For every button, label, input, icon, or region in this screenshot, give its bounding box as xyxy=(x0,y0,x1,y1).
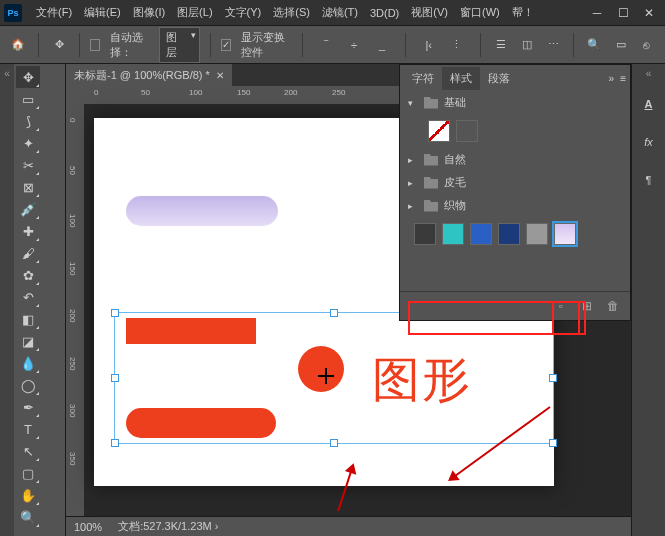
align-hcenter-icon[interactable]: ⋮ xyxy=(444,32,470,58)
style-lightgray[interactable] xyxy=(526,223,548,245)
transform-handle-ml[interactable] xyxy=(111,374,119,382)
align-bottom-icon[interactable]: _ xyxy=(369,32,395,58)
path-select-tool[interactable]: ↖ xyxy=(16,440,40,462)
app-logo: Ps xyxy=(4,4,22,22)
auto-select-checkbox[interactable] xyxy=(90,39,100,51)
left-collapse-strip[interactable]: « xyxy=(0,64,14,536)
style-gray[interactable] xyxy=(456,120,478,142)
layer-fx-icon[interactable]: fx xyxy=(636,129,662,155)
transform-handle-mr[interactable] xyxy=(549,374,557,382)
align-top-icon[interactable]: ‾ xyxy=(313,32,339,58)
zoom-tool[interactable]: 🔍 xyxy=(16,506,40,528)
hand-tool[interactable]: ✋ xyxy=(16,484,40,506)
crop-tool[interactable]: ✂ xyxy=(16,154,40,176)
style-blue[interactable] xyxy=(470,223,492,245)
auto-select-label: 自动选择： xyxy=(110,30,153,60)
new-group-icon[interactable]: ▫ xyxy=(552,298,570,314)
dodge-tool[interactable]: ◯ xyxy=(16,374,40,396)
transform-handle-tm[interactable] xyxy=(330,309,338,317)
close-tab-icon[interactable]: ✕ xyxy=(216,70,224,81)
stamp-tool[interactable]: ✿ xyxy=(16,264,40,286)
menu-window[interactable]: 窗口(W) xyxy=(454,5,506,20)
transform-handle-br[interactable] xyxy=(549,439,557,447)
right-collapsed-panels: « A fx ¶ xyxy=(631,64,665,536)
align-left-icon[interactable]: |‹ xyxy=(416,32,442,58)
menu-help[interactable]: 帮！ xyxy=(506,5,540,20)
align-vcenter-icon[interactable]: ÷ xyxy=(341,32,367,58)
search-icon[interactable]: 🔍 xyxy=(584,32,604,58)
distribute-icon[interactable]: ☰ xyxy=(491,32,511,58)
menu-view[interactable]: 视图(V) xyxy=(405,5,454,20)
ruler-vertical[interactable]: 0 50 100 150 200 250 300 350 xyxy=(66,104,84,516)
edit-toolbar[interactable]: ⋯ xyxy=(16,528,40,536)
eyedropper-tool[interactable]: 💉 xyxy=(16,198,40,220)
lasso-tool[interactable]: ⟆ xyxy=(16,110,40,132)
window-maximize-button[interactable]: ☐ xyxy=(611,3,635,23)
expand-chevron-icon: « xyxy=(4,68,10,79)
panel-menu-icon[interactable]: ≡ xyxy=(620,73,626,84)
show-transform-checkbox[interactable] xyxy=(221,39,231,51)
transform-handle-bm[interactable] xyxy=(330,439,338,447)
workspace-icon[interactable]: ▭ xyxy=(610,32,630,58)
status-more-icon[interactable]: › xyxy=(215,520,219,532)
marquee-tool[interactable]: ▭ xyxy=(16,88,40,110)
style-cyan[interactable] xyxy=(442,223,464,245)
transform-bounding-box[interactable] xyxy=(114,312,554,444)
type-tool[interactable]: T xyxy=(16,418,40,440)
transform-handle-tl[interactable] xyxy=(111,309,119,317)
category-label: 织物 xyxy=(444,198,466,213)
paragraph-panel-icon[interactable]: ¶ xyxy=(636,167,662,193)
heal-tool[interactable]: ✚ xyxy=(16,220,40,242)
styles-category-fabric[interactable]: ▸ 织物 xyxy=(400,194,630,217)
menu-file[interactable]: 文件(F) xyxy=(30,5,78,20)
delete-style-icon[interactable]: 🗑 xyxy=(604,298,622,314)
expand-chevron-icon[interactable]: « xyxy=(646,68,652,79)
style-none[interactable] xyxy=(428,120,450,142)
menu-select[interactable]: 选择(S) xyxy=(267,5,316,20)
menu-filter[interactable]: 滤镜(T) xyxy=(316,5,364,20)
pen-tool[interactable]: ✒ xyxy=(16,396,40,418)
move-tool-icon[interactable]: ✥ xyxy=(49,32,69,58)
menu-3d[interactable]: 3D(D) xyxy=(364,7,405,19)
styles-category-natural[interactable]: ▸ 自然 xyxy=(400,148,630,171)
menu-layer[interactable]: 图层(L) xyxy=(171,5,218,20)
history-brush-tool[interactable]: ↶ xyxy=(16,286,40,308)
eraser-tool[interactable]: ◧ xyxy=(16,308,40,330)
tab-paragraph[interactable]: 段落 xyxy=(480,67,518,90)
magic-wand-tool[interactable]: ✦ xyxy=(16,132,40,154)
styles-category-basic[interactable]: ▾ 基础 xyxy=(400,91,630,114)
new-style-icon[interactable]: ⊞ xyxy=(578,298,596,314)
panel-collapse-icon[interactable]: » xyxy=(609,73,615,84)
tools-panel: ✥ ▭ ⟆ ✦ ✂ ⊠ 💉 ✚ 🖌 ✿ ↶ ◧ ◪ 💧 ◯ ✒ T ↖ ▢ ✋ … xyxy=(14,64,66,536)
menu-image[interactable]: 图像(I) xyxy=(127,5,171,20)
category-label: 皮毛 xyxy=(444,175,466,190)
tab-character[interactable]: 字符 xyxy=(404,67,442,90)
blur-tool[interactable]: 💧 xyxy=(16,352,40,374)
auto-select-dropdown[interactable]: 图层 xyxy=(159,27,200,63)
menu-edit[interactable]: 编辑(E) xyxy=(78,5,127,20)
more-options-icon[interactable]: ⋯ xyxy=(543,32,563,58)
shape-rounded-rect-purple[interactable] xyxy=(126,196,278,226)
brush-tool[interactable]: 🖌 xyxy=(16,242,40,264)
gradient-tool[interactable]: ◪ xyxy=(16,330,40,352)
window-minimize-button[interactable]: ─ xyxy=(585,3,609,23)
ruler-origin[interactable] xyxy=(66,86,84,104)
show-transform-label: 显示变换控件 xyxy=(241,30,292,60)
frame-tool[interactable]: ⊠ xyxy=(16,176,40,198)
window-close-button[interactable]: ✕ xyxy=(637,3,661,23)
rectangle-tool[interactable]: ▢ xyxy=(16,462,40,484)
3d-mode-icon[interactable]: ◫ xyxy=(517,32,537,58)
style-navy[interactable] xyxy=(498,223,520,245)
share-icon[interactable]: ⎋ xyxy=(637,32,657,58)
character-panel-icon[interactable]: A xyxy=(636,91,662,117)
zoom-level[interactable]: 100% xyxy=(74,521,102,533)
move-tool[interactable]: ✥ xyxy=(16,66,40,88)
menu-text[interactable]: 文字(Y) xyxy=(219,5,268,20)
document-tab[interactable]: 未标题-1 @ 100%(RGB/8) * ✕ xyxy=(66,64,232,86)
style-darkgray[interactable] xyxy=(414,223,436,245)
style-gradient-purple[interactable] xyxy=(554,223,576,245)
transform-handle-bl[interactable] xyxy=(111,439,119,447)
tab-styles[interactable]: 样式 xyxy=(442,67,480,90)
home-icon[interactable]: 🏠 xyxy=(8,32,28,58)
styles-category-fur[interactable]: ▸ 皮毛 xyxy=(400,171,630,194)
